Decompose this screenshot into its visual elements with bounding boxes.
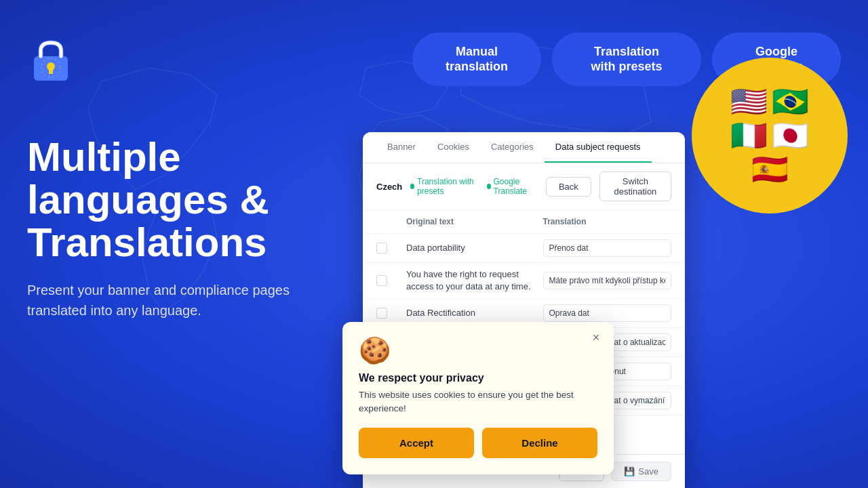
row-checkbox[interactable] — [376, 308, 387, 319]
translation-header: Translation — [543, 217, 672, 226]
badge2-label: Google Translate — [494, 177, 538, 196]
switch-destination-button[interactable]: Switch destination — [599, 171, 671, 201]
logo-area — [27, 36, 75, 83]
row-checkbox[interactable] — [376, 275, 387, 286]
badge1-dot — [410, 184, 414, 189]
google-translate-badge: Google Translate — [487, 177, 538, 196]
tab-categories[interactable]: Categories — [480, 132, 545, 163]
badge1-label: Translation with presets — [417, 177, 479, 196]
table-row: Data portability — [363, 234, 685, 263]
row-translation-input[interactable] — [543, 304, 672, 322]
cookie-text: This website uses cookies to ensure you … — [359, 388, 597, 416]
translation-with-presets-badge: Translation with presets — [410, 177, 479, 196]
flag-jp: 🇯🇵 — [772, 121, 809, 150]
save-label: Save — [638, 466, 658, 476]
tab-cookies[interactable]: Cookies — [427, 132, 480, 163]
cookie-popup: × 🍪 We respect your privacy This website… — [342, 322, 614, 475]
row-translation-input[interactable] — [543, 239, 672, 257]
lock-icon — [27, 36, 75, 83]
row-checkbox[interactable] — [376, 243, 387, 253]
tab-data-subject-requests[interactable]: Data subject requests — [545, 132, 652, 163]
cookie-title: We respect your privacy — [359, 372, 597, 384]
row-translation-input[interactable] — [543, 272, 672, 289]
language-badge: Czech — [376, 182, 402, 192]
save-icon: 💾 — [624, 466, 635, 476]
flag-br: 🇧🇷 — [772, 87, 809, 117]
row-original-text: Data Rectification — [406, 307, 535, 319]
panel-toolbar: Czech Translation with presets Google Tr… — [363, 163, 685, 210]
cookie-icon: 🍪 — [359, 336, 597, 365]
left-content: Multiple languages & Translations Presen… — [27, 136, 319, 321]
flag-us: 🇺🇸 — [730, 87, 768, 117]
save-button[interactable]: 💾 Save — [611, 462, 671, 481]
flag-es: 🇪🇸 — [730, 155, 809, 184]
svg-rect-3 — [49, 68, 53, 74]
tab-banner[interactable]: Banner — [376, 132, 427, 163]
translation-presets-pill[interactable]: Translation with presets — [552, 33, 701, 86]
flags-grid: 🇺🇸 🇧🇷 🇮🇹 🇯🇵 🇪🇸 — [724, 80, 816, 191]
panel-tabs: Banner Cookies Categories Data subject r… — [363, 132, 685, 163]
row-original-text: You have the right to request access to … — [406, 268, 535, 293]
original-text-header: Original text — [406, 217, 535, 226]
accept-button[interactable]: Accept — [359, 428, 474, 458]
table-row: You have the right to request access to … — [363, 263, 685, 299]
back-button-toolbar[interactable]: Back — [546, 177, 591, 197]
sub-text: Present your banner and compliance pages… — [27, 280, 319, 321]
manual-translation-pill[interactable]: Manual translation — [412, 33, 541, 86]
main-heading: Multiple languages & Translations — [27, 136, 319, 264]
cookie-buttons: Accept Decline — [359, 428, 597, 458]
panel-header-row: Original text Translation — [363, 210, 685, 234]
row-original-text: Data portability — [406, 242, 535, 254]
close-button[interactable]: × — [588, 330, 604, 346]
badge2-dot — [487, 184, 491, 189]
decline-button[interactable]: Decline — [482, 428, 597, 458]
flag-it: 🇮🇹 — [730, 121, 768, 150]
flags-circle: 🇺🇸 🇧🇷 🇮🇹 🇯🇵 🇪🇸 — [692, 58, 848, 214]
